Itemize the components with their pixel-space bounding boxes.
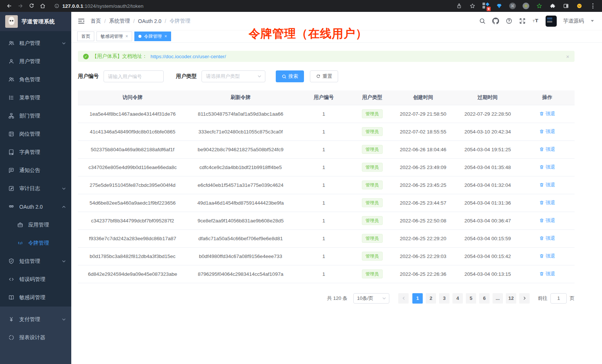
side-panel-icon[interactable] [562, 2, 570, 10]
breadcrumb: 首页/系统管理/OAuth 2.0/令牌管理 [91, 18, 190, 24]
success-check-icon: ✓ [83, 54, 89, 59]
tag-tab-sensitive-word[interactable]: 敏感词管理 × [96, 32, 132, 41]
page-size-select[interactable]: 10条/页 [353, 293, 389, 304]
sidebar-item-audit[interactable]: 审计日志 [0, 179, 71, 198]
forward-icon[interactable] [16, 1, 25, 11]
command-extension-icon[interactable]: ⌘ [508, 2, 517, 10]
delete-icon [539, 165, 544, 169]
force-logout-button[interactable]: 强退 [539, 271, 555, 277]
back-icon[interactable] [4, 1, 14, 11]
font-size-icon[interactable]: TT [532, 17, 539, 24]
browser-menu-icon[interactable] [589, 2, 597, 10]
alert-text: 【用户体系】文档地址： [92, 53, 147, 60]
close-tab-icon[interactable]: × [164, 34, 167, 39]
puzzle-extension-icon[interactable] [549, 2, 557, 10]
user-id-cell: 1 [294, 247, 354, 265]
refresh-token-cell: cdfc4ce9c2da4bb1bdf21b9918ff4be5 [187, 158, 294, 176]
page-button-4[interactable]: 4 [452, 293, 463, 304]
user-type-badge: 管理员 [362, 181, 383, 189]
force-logout-button[interactable]: 强退 [539, 235, 555, 242]
address-bar[interactable]: 127.0.0.1:1024/system/oauth2/token [54, 3, 454, 9]
table-row: 54d6be82ee5a460a9aedc1f9bf223656 49d1aa4… [78, 194, 575, 212]
dept-icon [8, 113, 14, 119]
sidebar-item-sensitive[interactable]: 敏感词管理 [0, 288, 71, 307]
bookmark-star-icon[interactable] [468, 2, 477, 10]
doc-link[interactable]: https://doc.iocoder.cn/user-center/ [151, 54, 226, 59]
search-icon[interactable] [479, 17, 486, 24]
page-button-6[interactable]: 6 [479, 293, 490, 304]
tenant-icon [8, 40, 14, 46]
page-button-1[interactable]: 1 [412, 293, 423, 304]
share-icon[interactable] [455, 2, 463, 10]
help-icon[interactable] [506, 17, 513, 24]
user-id-input[interactable] [104, 70, 164, 82]
force-logout-button[interactable]: 强退 [539, 146, 555, 153]
prev-page-button[interactable] [398, 293, 409, 304]
user-avatar[interactable] [546, 16, 557, 27]
github-icon[interactable] [492, 17, 499, 24]
force-logout-button[interactable]: 强退 [539, 110, 555, 117]
refresh-icon[interactable] [27, 1, 36, 11]
star-extension-icon[interactable] [535, 2, 543, 10]
emoji-extension-icon[interactable] [575, 2, 583, 10]
collapse-sidebar-icon[interactable] [77, 17, 85, 25]
chevron-down-icon[interactable] [591, 20, 594, 22]
sidebar-item-oauth2-app[interactable]: 应用管理 [0, 216, 71, 234]
user-name[interactable]: 芋道源码 [563, 18, 584, 24]
breadcrumb-item[interactable]: 系统管理 [109, 18, 130, 24]
sidebar-item-oauth2[interactable]: OAuth 2.0 [0, 198, 71, 216]
force-logout-button[interactable]: 强退 [539, 217, 555, 224]
url-path: :1024/system/oauth2/token [83, 3, 143, 9]
sidebar-item-notice[interactable]: 通知公告 [0, 161, 71, 179]
table-row: 1ea5e44f8bc1467aaede43144f31de76 811c530… [78, 105, 575, 123]
close-tab-icon[interactable]: × [125, 34, 128, 39]
force-logout-button[interactable]: 强退 [539, 164, 555, 171]
dot-extension-icon[interactable] [522, 2, 530, 10]
search-button[interactable]: 搜索 [276, 70, 304, 82]
tag-tab-token[interactable]: 令牌管理 × [134, 32, 171, 41]
sidebar-item-report[interactable]: 报表设计器 [0, 328, 71, 347]
extension-pin-icon[interactable]: 9 [482, 2, 490, 10]
sidebar-item-sms[interactable]: 短信管理 [0, 252, 71, 270]
page-button-5[interactable]: 5 [466, 293, 476, 304]
tag-tab-home[interactable]: 首页 [77, 32, 94, 41]
chevron-down-icon [257, 74, 262, 79]
sidebar-item-tenant[interactable]: 租户管理 [0, 34, 71, 52]
home-icon[interactable] [38, 1, 48, 11]
force-logout-button[interactable]: 强退 [539, 128, 555, 135]
sidebar-item-user[interactable]: 用户管理 [0, 52, 71, 70]
sidebar-item-dept[interactable]: 部门管理 [0, 107, 71, 125]
user-type-badge: 管理员 [362, 163, 383, 172]
force-logout-button[interactable]: 强退 [539, 182, 555, 188]
sidebar-item-role[interactable]: 角色管理 [0, 70, 71, 89]
created-time-cell: 2022-06-25 22:29:03 [391, 247, 455, 265]
breadcrumb-item[interactable]: OAuth 2.0 [138, 18, 161, 24]
sidebar: 芋道管理系统 租户管理 用户管理 角色管理 菜单管理 部门管理 岗位管理 字典管… [0, 12, 71, 364]
more-pages-button[interactable]: ... [493, 293, 503, 304]
sidebar-item-menu[interactable]: 菜单管理 [0, 89, 71, 107]
alert-close-icon[interactable]: × [566, 53, 569, 60]
reset-button[interactable]: 重置 [310, 70, 338, 82]
delete-icon [539, 182, 544, 187]
gem-extension-icon[interactable] [495, 2, 503, 10]
sidebar-item-oauth2-token[interactable]: 令牌管理 [0, 234, 71, 252]
table-row: f9336e7c7dd242a283ee98dc86b17a87 dfa6c71… [78, 229, 575, 247]
next-page-button[interactable] [519, 293, 530, 304]
sidebar-item-errcode[interactable]: 错误码管理 [0, 270, 71, 288]
page-jump-input[interactable] [550, 293, 567, 304]
sidebar-item-dict[interactable]: 字典管理 [0, 143, 71, 161]
page-button-3[interactable]: 3 [439, 293, 449, 304]
force-logout-button[interactable]: 强退 [539, 253, 555, 259]
created-time-cell: 2022-07-02 18:55:55 [391, 123, 455, 140]
user-type-select[interactable]: 请选择用户类型 [202, 70, 265, 82]
breadcrumb-item[interactable]: 首页 [91, 18, 101, 24]
app-logo-row[interactable]: 芋道管理系统 [0, 12, 71, 31]
fullscreen-icon[interactable] [519, 17, 526, 24]
page-button-12[interactable]: 12 [506, 293, 516, 304]
sidebar-item-pay[interactable]: 支付管理 [0, 310, 71, 328]
user-id-cell: 1 [294, 105, 354, 123]
force-logout-button[interactable]: 强退 [539, 199, 555, 206]
sidebar-item-post[interactable]: 岗位管理 [0, 125, 71, 143]
page-button-2[interactable]: 2 [426, 293, 436, 304]
sms-icon [8, 258, 14, 264]
